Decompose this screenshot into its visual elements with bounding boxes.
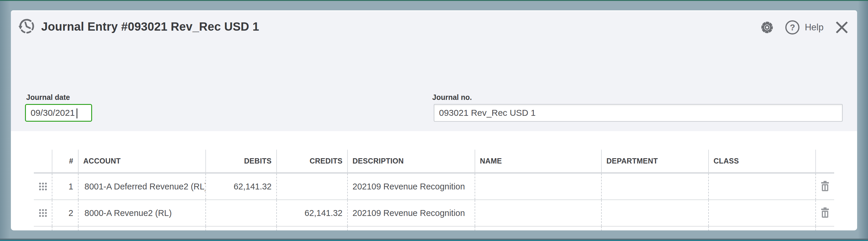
row-number: 2 <box>52 200 78 226</box>
credits-cell[interactable] <box>276 173 347 199</box>
drag-handle-icon[interactable] <box>39 183 47 190</box>
gear-icon[interactable] <box>760 20 774 34</box>
close-icon[interactable] <box>834 20 849 35</box>
journal-entry-dialog: Journal Entry #093021 Rev_Rec USD 1 ? He… <box>11 10 857 231</box>
page-title: Journal Entry #093021 Rev_Rec USD 1 <box>41 20 259 33</box>
text-caret <box>76 108 78 118</box>
delete-cell <box>815 173 834 199</box>
account-cell[interactable]: 8001-A Deferred Revenue2 (RL) <box>78 173 206 199</box>
trash-icon[interactable] <box>820 181 830 192</box>
debits-cell[interactable] <box>206 200 276 226</box>
account-cell[interactable]: 8000-A Revenue2 (RL) <box>78 200 206 226</box>
col-header-account: ACCOUNT <box>78 150 206 172</box>
table-header-row: # ACCOUNT DEBITS CREDITS DESCRIPTION NAM… <box>34 150 834 173</box>
credits-cell[interactable]: 62,141.32 <box>276 200 347 226</box>
name-cell[interactable] <box>475 200 601 226</box>
help-button[interactable]: ? Help <box>785 20 834 34</box>
department-cell[interactable] <box>601 200 708 226</box>
department-cell[interactable] <box>601 173 708 199</box>
recurring-history-clock-icon <box>17 17 36 36</box>
class-cell[interactable] <box>708 200 815 226</box>
col-header-debits: DEBITS <box>206 150 276 172</box>
name-cell[interactable] <box>475 173 601 199</box>
table-row: 2 8000-A Revenue2 (RL) 62,141.32 202109 … <box>34 200 834 226</box>
drag-column-header <box>34 150 52 172</box>
col-header-name: NAME <box>475 150 601 172</box>
trash-icon[interactable] <box>820 207 830 219</box>
help-label: Help <box>805 22 824 33</box>
drag-cell <box>34 200 52 226</box>
col-header-credits: CREDITS <box>276 150 347 172</box>
dialog-header: Journal Entry #093021 Rev_Rec USD 1 ? He… <box>11 11 857 52</box>
journal-no-input[interactable] <box>434 104 843 122</box>
delete-cell <box>815 200 834 226</box>
question-circle-icon: ? <box>785 20 800 34</box>
col-header-department: DEPARTMENT <box>601 150 708 172</box>
titlebar-actions: ? Help <box>760 19 849 36</box>
journal-lines-table: # ACCOUNT DEBITS CREDITS DESCRIPTION NAM… <box>34 150 834 231</box>
journal-entry-screen: { "window": { "title": "Journal Entry #0… <box>0 0 868 241</box>
journal-date-input[interactable] <box>26 105 91 121</box>
class-cell[interactable] <box>708 173 815 199</box>
journal-lines-section: # ACCOUNT DEBITS CREDITS DESCRIPTION NAM… <box>11 131 857 231</box>
table-row: 1 8001-A Deferred Revenue2 (RL) 62,141.3… <box>34 173 834 200</box>
journal-date-label: Journal date <box>26 93 70 102</box>
table-row-partial <box>34 226 834 231</box>
journal-no-label: Journal no. <box>432 93 472 102</box>
journal-date-field <box>25 104 92 122</box>
actions-column-header <box>815 150 834 172</box>
col-header-num: # <box>52 150 78 172</box>
drag-handle-icon[interactable] <box>39 209 47 217</box>
row-number: 1 <box>52 173 78 199</box>
col-header-description: DESCRIPTION <box>347 150 475 172</box>
debits-cell[interactable]: 62,141.32 <box>206 173 276 199</box>
drag-cell <box>34 173 52 199</box>
col-header-class: CLASS <box>708 150 815 172</box>
description-cell[interactable]: 202109 Revenue Recognition <box>347 173 475 199</box>
description-cell[interactable]: 202109 Revenue Recognition <box>347 200 475 226</box>
